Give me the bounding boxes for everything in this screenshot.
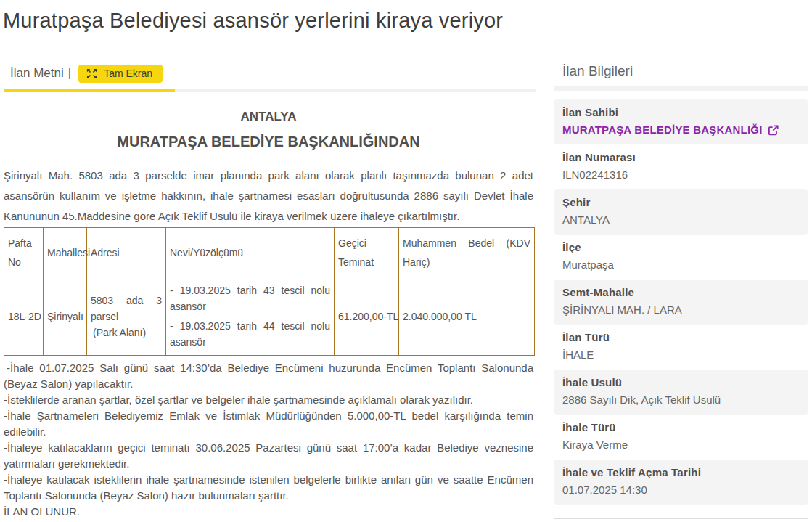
tab-separator: | — [68, 66, 71, 81]
cell-gecici-teminat: 61.200,00-TL — [335, 277, 399, 356]
info-sidebar: İlan Bilgileri İlan Sahibi MURATPAŞA BEL… — [554, 63, 808, 519]
info-list: İlan Sahibi MURATPAŞA BELEDİYE BAŞKANLIĞ… — [554, 99, 808, 505]
info-value: 01.07.2025 14:30 — [562, 484, 799, 497]
info-item-ihale-turu: İhale Türü Kiraya Verme — [554, 415, 808, 460]
info-value: ILN02241316 — [562, 168, 799, 182]
col-header-nevi: Nevi/Yüzölçümü — [166, 228, 335, 277]
nevi-item-1: - 19.03.2025 tarih 43 tescil nolu asansö… — [170, 282, 330, 314]
col-header-mahallesi: Mahallesi — [44, 228, 87, 277]
adresi-line2: (Park Alanı) — [91, 325, 162, 340]
col-header-gecici-teminat: Geçici Teminat — [335, 228, 399, 277]
paragraph: -İhale 01.07.2025 Salı günü saat 14:30’d… — [4, 360, 533, 392]
info-label: İlan Numarası — [562, 152, 799, 163]
info-label: İlan Türü — [562, 332, 799, 343]
cell-adresi: 5803 ada 3 parsel (Park Alanı) — [87, 277, 166, 356]
auction-table: Pafta No Mahallesi Adresi Nevi/Yüzölçümü… — [4, 227, 535, 356]
info-item-ilan-numarasi: İlan Numarası ILN02241316 — [554, 144, 808, 189]
info-value: ŞİRİNYALI MAH. / LARA — [562, 303, 799, 317]
info-label: İhale Usulü — [562, 377, 799, 388]
tab-ilan-metni[interactable]: İlan Metni — [10, 66, 64, 81]
fullscreen-button-label: Tam Ekran — [104, 68, 152, 79]
owner-link[interactable]: MURATPAŞA BELEDİYE BAŞKANLIĞI — [562, 123, 799, 136]
announcement-main: İlan Metni | Tam Ekran ANTALYA MURATPAŞA… — [4, 62, 533, 520]
col-header-adresi: Adresi — [87, 228, 166, 277]
sidebar-heading-divider — [554, 86, 808, 91]
info-item-semt-mahalle: Semt-Mahalle ŞİRİNYALI MAH. / LARA — [554, 280, 808, 325]
sidebar-bottom-divider — [554, 518, 808, 519]
cell-mahallesi: Şirinyalı — [44, 277, 87, 356]
info-item-ihale-tarihi: İhale ve Teklif Açma Tarihi 01.07.2025 1… — [554, 460, 808, 505]
external-link-icon — [768, 125, 779, 136]
announcement-paragraphs: -İhale 01.07.2025 Salı günü saat 14:30’d… — [4, 360, 533, 520]
tab-underline-active — [4, 89, 175, 92]
info-item-sehir: Şehir ANTALYA — [554, 189, 808, 235]
col-header-pafta-no: Pafta No — [4, 228, 44, 277]
cell-pafta-no: 18L-2D — [4, 277, 44, 356]
owner-link-label: MURATPAŞA BELEDİYE BAŞKANLIĞI — [562, 123, 763, 136]
info-value: Muratpaşa — [562, 258, 799, 272]
doc-heading-authority: MURATPAŞA BELEDİYE BAŞKANLIĞINDAN — [4, 133, 533, 150]
table-header-row: Pafta No Mahallesi Adresi Nevi/Yüzölçümü… — [4, 228, 535, 277]
paragraph: -İsteklilerde aranan şartlar, özel şartl… — [4, 392, 533, 408]
info-label: Semt-Mahalle — [562, 287, 799, 298]
tabbar: İlan Metni | Tam Ekran — [10, 63, 533, 83]
table-row: 18L-2D Şirinyalı 5803 ada 3 parsel (Park… — [4, 277, 535, 356]
doc-heading-city: ANTALYA — [4, 109, 533, 124]
info-item-ilan-turu: İlan Türü İHALE — [554, 325, 808, 370]
col-header-muhammen-bedel: Muhammen Bedel (KDV Hariç) — [399, 228, 535, 277]
info-item-ilce: İlçe Muratpaşa — [554, 235, 808, 280]
info-item-ihale-usulu: İhale Usulü 2886 Sayılı Dik, Açık Teklif… — [554, 370, 808, 415]
intro-paragraph: Şirinyalı Mah. 5803 ada 3 parselde imar … — [4, 166, 533, 227]
page-title: Muratpaşa Belediyesi asansör yerlerini k… — [3, 9, 503, 33]
paragraph: -İhale Şartnameleri Belediyemiz Emlak ve… — [4, 408, 533, 440]
info-item-ilan-sahibi: İlan Sahibi MURATPAŞA BELEDİYE BAŞKANLIĞ… — [554, 99, 808, 144]
info-value: 2886 Sayılı Dik, Açık Teklif Usulü — [562, 393, 799, 407]
info-label: İlan Sahibi — [562, 107, 799, 118]
tab-underline-track — [4, 89, 536, 92]
info-label: İhale ve Teklif Açma Tarihi — [562, 467, 799, 478]
cell-nevi: - 19.03.2025 tarih 43 tescil nolu asansö… — [166, 277, 335, 356]
paragraph: -İhaleye katılacak isteklilerin ihale şa… — [4, 472, 533, 504]
info-label: Şehir — [562, 197, 799, 208]
info-label: İlçe — [562, 242, 799, 253]
info-value: Kiraya Verme — [562, 439, 799, 452]
paragraph: -İhaleye katılacakların geçici teminatı … — [4, 440, 533, 472]
expand-arrows-icon — [86, 68, 97, 79]
info-value: İHALE — [562, 348, 799, 362]
info-label: İhale Türü — [562, 422, 799, 433]
paragraph: İLAN OLUNUR. — [4, 504, 533, 520]
info-value: ANTALYA — [562, 213, 799, 227]
adresi-line1: 5803 ada 3 parsel — [91, 293, 162, 325]
nevi-item-2: - 19.03.2025 tarih 44 tescil nolu asansö… — [170, 318, 330, 350]
cell-muhammen-bedel: 2.040.000,00 TL — [399, 277, 535, 356]
fullscreen-button[interactable]: Tam Ekran — [78, 65, 163, 83]
sidebar-heading: İlan Bilgileri — [554, 63, 808, 79]
